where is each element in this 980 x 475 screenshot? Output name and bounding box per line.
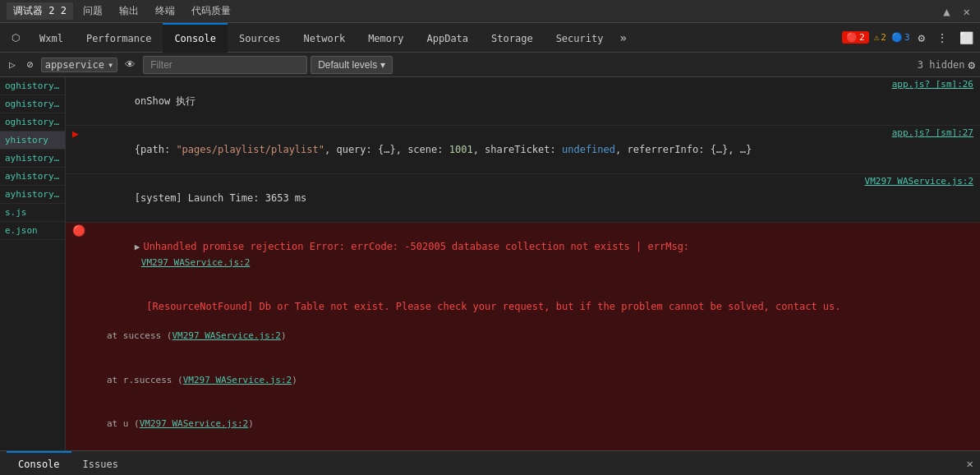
context-value: appservice — [45, 59, 104, 71]
console-line-path: ▶ {path: "pages/playlist/playlist", quer… — [66, 126, 980, 174]
tab-network[interactable]: Network — [292, 23, 357, 53]
source-link-1[interactable]: app.js? [sm]:26 — [892, 79, 973, 90]
tab-security[interactable]: Security — [545, 23, 615, 53]
sidebar: oghistory... oghistory... oghistory... y… — [0, 77, 66, 450]
sidebar-item-1[interactable]: oghistory... — [0, 95, 65, 113]
console-area: onShow 执行 app.js? [sm]:26 ▶ {path: "page… — [66, 77, 980, 450]
expand-icon-1 — [72, 79, 85, 91]
tab-issues[interactable]: 问题 — [76, 2, 109, 20]
title-bar-tabs: 调试器 2 2 问题 输出 终端 代码质量 — [7, 2, 237, 20]
cursor-icon[interactable]: ⬡ — [3, 32, 28, 44]
levels-button[interactable]: Default levels ▾ — [311, 56, 392, 74]
stack-line-1: at success (VM297 WAService.js:2) — [87, 329, 973, 344]
sidebar-item-7[interactable]: s.js — [0, 204, 65, 222]
sidebar-item-2[interactable]: oghistory... — [0, 113, 65, 131]
title-bar: 调试器 2 2 问题 输出 终端 代码质量 ▲ ✕ — [0, 0, 980, 23]
nav-badges: 🔴 2 ⚠️ 2 🔵 3 ⚙ ⋮ ⬜ — [842, 31, 977, 44]
warn-badge: ⚠️ 2 — [874, 32, 886, 43]
tab-number: 2 2 — [48, 5, 67, 16]
error-badge: 🔴 2 — [842, 31, 869, 44]
context-selector[interactable]: appservice ▾ — [41, 58, 117, 72]
console-text-error-1: ▶Unhandled promise rejection Error: errC… — [87, 224, 973, 450]
filter-input[interactable] — [143, 56, 307, 74]
tab-appdata[interactable]: AppData — [415, 23, 480, 53]
nav-tabs: ⬡ Wxml Performance Console Sources Netwo… — [0, 23, 980, 53]
expand-icon-3 — [72, 176, 85, 188]
console-line-error-1: 🔴 ▶Unhandled promise rejection Error: er… — [66, 223, 980, 450]
more-tabs-button[interactable]: » — [614, 31, 631, 44]
stack-line-3: at u (VM297 WAService.js:2) — [87, 417, 973, 431]
sidebar-item-3[interactable]: yhistory — [0, 131, 65, 150]
tab-memory[interactable]: Memory — [357, 23, 415, 53]
tab-sources[interactable]: Sources — [228, 23, 292, 53]
bottom-tabs: Console Issues ✕ — [0, 450, 980, 475]
error-icon-1: 🔴 — [72, 224, 85, 237]
stack-line-2: at r.success (VM297 WAService.js:2) — [87, 373, 973, 388]
levels-label: Default levels — [318, 59, 377, 71]
sidebar-item-6[interactable]: ayhistory.... — [0, 186, 65, 204]
tab-console[interactable]: Console — [163, 23, 228, 53]
stop-button[interactable]: ⊘ — [23, 57, 38, 72]
tab-terminal[interactable]: 终端 — [149, 2, 182, 20]
tab-wxml[interactable]: Wxml — [28, 23, 75, 53]
bottom-tab-console[interactable]: Console — [7, 451, 71, 476]
console-line-onshow: onShow 执行 app.js? [sm]:26 — [66, 77, 980, 126]
console-line-launch: [system] Launch Time: 3653 ms VM297 WASe… — [66, 174, 980, 223]
main-area: oghistory... oghistory... oghistory... y… — [0, 77, 980, 450]
settings-icon[interactable]: ⚙ — [968, 58, 975, 71]
tab-performance[interactable]: Performance — [75, 23, 163, 53]
source-link-3[interactable]: VM297 WAService.js:2 — [865, 176, 973, 187]
gear-icon[interactable]: ⚙ — [915, 31, 928, 44]
console-text-path: {path: "pages/playlist/playlist", query:… — [87, 127, 886, 172]
sidebar-item-0[interactable]: oghistory... — [0, 77, 65, 95]
tab-code-quality[interactable]: 代码质量 — [185, 2, 237, 20]
chevron-down-icon: ▾ — [108, 59, 113, 71]
source-link-err1[interactable]: VM297 WAService.js:2 — [141, 257, 250, 268]
expand-arrow-1[interactable]: ▶ — [135, 242, 140, 252]
close-panel-icon[interactable]: ✕ — [967, 457, 973, 470]
sidebar-item-4[interactable]: ayhistory.js — [0, 150, 65, 168]
tab-debugger[interactable]: 调试器 2 2 — [7, 2, 73, 20]
eye-icon[interactable]: 👁 — [121, 57, 140, 72]
tab-storage[interactable]: Storage — [480, 23, 545, 53]
source-link-2[interactable]: app.js? [sm]:27 — [892, 127, 973, 138]
toolbar: ▷ ⊘ appservice ▾ 👁 Default levels ▾ 3 hi… — [0, 53, 980, 77]
expand-icon-2[interactable]: ▶ — [72, 127, 85, 140]
more-options-icon[interactable]: ⋮ — [933, 31, 951, 44]
hidden-count: 3 hidden — [918, 59, 965, 71]
console-text-launch: [system] Launch Time: 3653 ms — [87, 176, 858, 220]
sidebar-item-8[interactable]: e.json — [0, 222, 65, 240]
info-badge: 🔵 3 — [891, 32, 910, 43]
minimize-button[interactable]: ▲ — [940, 5, 953, 18]
run-button[interactable]: ▷ — [5, 57, 20, 72]
tab-output[interactable]: 输出 — [113, 2, 145, 20]
bottom-tab-issues[interactable]: Issues — [71, 451, 130, 476]
sidebar-item-5[interactable]: ayhistory.... — [0, 168, 65, 186]
console-text-onshow: onShow 执行 — [87, 79, 886, 123]
title-controls: ▲ ✕ — [940, 5, 973, 18]
undock-icon[interactable]: ⬜ — [956, 31, 977, 44]
close-button[interactable]: ✕ — [960, 5, 973, 18]
